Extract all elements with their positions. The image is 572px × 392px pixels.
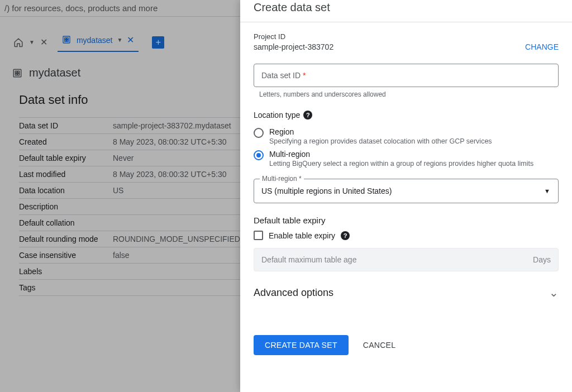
radio-multi-title: Multi-region — [269, 150, 533, 159]
radio-icon — [254, 150, 264, 160]
dataset-id-hint: Letters, numbers and underscores allowed — [259, 90, 559, 98]
enable-table-expiry-label: Enable table expiry — [269, 231, 335, 240]
create-dataset-panel: Create data set Project ID sample-projec… — [240, 0, 572, 392]
multi-region-select[interactable]: Multi-region * US (multiple regions in U… — [254, 179, 559, 203]
table-expiry-heading: Default table expiry — [254, 216, 559, 225]
radio-region[interactable]: Region Specifying a region provides data… — [254, 125, 559, 147]
radio-region-title: Region — [269, 127, 492, 136]
radio-icon — [254, 128, 264, 138]
advanced-options-label: Advanced options — [254, 287, 333, 299]
panel-title: Create data set — [254, 1, 559, 14]
enable-table-expiry-checkbox[interactable]: Enable table expiry ? — [254, 231, 559, 240]
multi-region-select-value: US (multiple regions in United States) — [261, 187, 551, 195]
location-type-label: Location type — [254, 111, 300, 119]
max-table-age-placeholder: Default maximum table age — [261, 255, 356, 264]
checkbox-icon — [254, 231, 263, 240]
dataset-id-placeholder: Data set ID — [261, 71, 301, 80]
required-asterisk: * — [303, 71, 306, 80]
multi-region-select-label: Multi-region * — [260, 175, 304, 183]
change-project-link[interactable]: CHANGE — [525, 42, 559, 51]
project-id-label: Project ID — [254, 32, 333, 41]
help-icon[interactable]: ? — [303, 111, 312, 119]
radio-multi-region[interactable]: Multi-region Letting BigQuery select a r… — [254, 147, 559, 170]
cancel-button[interactable]: CANCEL — [363, 341, 396, 350]
help-icon[interactable]: ? — [341, 231, 350, 240]
radio-region-desc: Specifying a region provides dataset col… — [269, 137, 492, 145]
create-dataset-button[interactable]: CREATE DATA SET — [254, 335, 349, 355]
radio-multi-desc: Letting BigQuery select a region within … — [269, 160, 533, 168]
max-table-age-unit: Days — [533, 255, 551, 264]
chevron-down-icon: ⌄ — [549, 286, 559, 299]
advanced-options-toggle[interactable]: Advanced options ⌄ — [254, 286, 559, 299]
project-id-value: sample-project-383702 — [254, 42, 333, 51]
chevron-down-icon: ▼ — [544, 188, 550, 194]
dataset-id-input[interactable]: Data set ID * — [254, 64, 559, 87]
max-table-age-input: Default maximum table age Days — [254, 248, 559, 271]
